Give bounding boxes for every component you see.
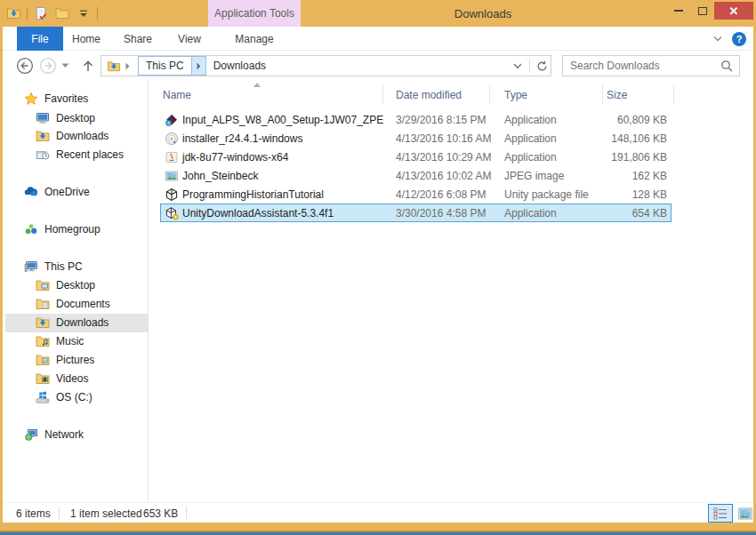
breadcrumb-this-pc[interactable]: This PC	[138, 56, 206, 76]
sidebar-item-videos[interactable]: Videos	[36, 370, 88, 387]
column-header-name[interactable]: Name	[163, 84, 191, 105]
close-icon: ✕	[729, 4, 739, 18]
main-area: Favorites Desktop Downloads Recent place…	[3, 81, 753, 502]
search-icon[interactable]	[720, 60, 733, 72]
column-resize-handle[interactable]	[673, 84, 674, 104]
help-icon[interactable]: ?	[732, 32, 746, 46]
breadcrumb-this-pc-chevron-icon[interactable]	[191, 57, 205, 75]
unity-app-icon	[165, 204, 179, 222]
onedrive-cloud-icon	[24, 185, 38, 199]
column-resize-handle[interactable]	[602, 84, 603, 104]
qat-separator	[27, 7, 28, 20]
alps-installer-icon	[165, 110, 179, 129]
column-header-type[interactable]: Type	[504, 84, 527, 105]
sort-ascending-icon	[253, 83, 261, 87]
file-list-pane: Name Date modified Type Size Input_ALPS_…	[149, 81, 753, 502]
sidebar-item-documents[interactable]: Documents	[36, 295, 110, 313]
breadcrumb-downloads[interactable]: Downloads	[213, 60, 266, 72]
desktop-folder-icon	[36, 278, 50, 292]
selection-size: 653 KB	[143, 503, 178, 523]
navigation-pane: Favorites Desktop Downloads Recent place…	[3, 81, 148, 502]
column-resize-handle[interactable]	[382, 84, 383, 104]
selection-count: 1 item selected	[70, 503, 142, 523]
breadcrumb-chevron-icon[interactable]	[125, 62, 130, 70]
quick-access-toolbar	[5, 5, 98, 21]
videos-folder-icon	[36, 371, 50, 386]
desktop-monitor-icon	[36, 111, 50, 125]
new-folder-icon[interactable]	[54, 5, 70, 21]
column-resize-handle[interactable]	[489, 84, 490, 104]
qat-separator	[97, 7, 98, 20]
forward-button[interactable]	[39, 57, 57, 75]
sidebar-item-onedrive[interactable]: OneDrive	[24, 183, 90, 201]
os-drive-icon	[36, 390, 50, 404]
up-button[interactable]	[79, 57, 97, 75]
recent-locations-chevron-icon[interactable]	[59, 57, 71, 75]
minimize-button[interactable]	[666, 2, 690, 20]
tab-manage[interactable]: Manage	[208, 27, 301, 51]
explorer-window: Application Tools Downloads ✕ File Home …	[0, 0, 756, 535]
tab-file[interactable]: File	[17, 27, 63, 51]
downloads-folder-icon[interactable]	[5, 5, 21, 21]
file-row-selected[interactable]: UnityDownloadAssistant-5.3.4f1 3/30/2016…	[149, 204, 753, 222]
details-view-button[interactable]	[708, 504, 733, 523]
column-header-size[interactable]: Size	[607, 84, 627, 105]
sidebar-item-desktop[interactable]: Desktop	[36, 109, 95, 127]
address-bar-row: This PC Downloads	[3, 51, 753, 81]
homegroup-icon	[24, 222, 38, 236]
customize-qat-chevron-icon[interactable]	[76, 5, 92, 21]
maximize-icon	[698, 7, 707, 15]
sidebar-item-pictures[interactable]: Pictures	[36, 351, 94, 369]
unity-package-icon	[165, 185, 179, 204]
sidebar-item-this-pc[interactable]: This PC	[24, 258, 83, 275]
recent-places-icon	[36, 148, 50, 162]
sidebar-item-downloads-favorites[interactable]: Downloads	[36, 127, 109, 145]
downloads-folder-icon	[36, 129, 50, 143]
title-bar: Application Tools Downloads ✕	[0, 0, 756, 27]
file-row[interactable]: Input_ALPS_W8_A00_Setup-1JW07_ZPE 3/29/2…	[149, 110, 753, 129]
sidebar-item-music[interactable]: Music	[36, 332, 84, 350]
network-icon	[24, 427, 38, 442]
file-row[interactable]: ProgrammingHistorianTutorial 4/12/2016 6…	[149, 185, 753, 204]
back-button[interactable]	[16, 57, 34, 75]
expand-ribbon-chevron-icon[interactable]	[712, 36, 723, 43]
downloads-folder-icon	[36, 315, 50, 330]
java-installer-icon	[165, 148, 179, 166]
address-box[interactable]: This PC Downloads	[101, 55, 551, 76]
sidebar-item-os-c[interactable]: OS (C:)	[36, 388, 92, 406]
favorites-star-icon	[24, 92, 38, 106]
close-button[interactable]: ✕	[714, 2, 753, 20]
search-box	[562, 55, 740, 76]
documents-folder-icon	[36, 297, 50, 311]
status-bar: 6 items 1 item selected 653 KB	[3, 502, 753, 523]
jpeg-image-icon	[165, 166, 179, 185]
tab-view[interactable]: View	[165, 27, 214, 51]
sidebar-item-pc-desktop[interactable]: Desktop	[36, 276, 95, 294]
tab-home[interactable]: Home	[61, 27, 111, 51]
sidebar-item-homegroup[interactable]: Homegroup	[24, 220, 101, 238]
application-tools-label: Application Tools	[214, 7, 294, 20]
large-icons-view-button[interactable]	[736, 504, 754, 523]
sidebar-item-network[interactable]: Network	[24, 426, 84, 443]
disc-installer-icon	[165, 129, 179, 148]
column-header-date-modified[interactable]: Date modified	[396, 84, 462, 105]
file-row[interactable]: John_Steinbeck 4/13/2016 10:02 AM JPEG i…	[149, 166, 753, 185]
search-input[interactable]	[570, 57, 712, 75]
address-folder-icon	[107, 60, 121, 73]
maximize-button[interactable]	[690, 2, 714, 20]
address-dropdown-chevron-icon[interactable]	[509, 57, 527, 75]
items-count: 6 items	[16, 503, 51, 523]
sidebar-item-downloads-pc[interactable]: Downloads	[36, 314, 109, 331]
application-tools-tab-header: Application Tools	[208, 0, 301, 27]
properties-icon[interactable]	[33, 5, 49, 21]
window-title: Downloads	[443, 0, 523, 27]
caption-buttons: ✕	[666, 2, 753, 20]
file-row[interactable]: jdk-8u77-windows-x64 4/13/2016 10:29 AM …	[149, 148, 753, 166]
sidebar-item-favorites[interactable]: Favorites	[24, 90, 88, 108]
refresh-icon[interactable]	[533, 57, 551, 75]
file-row[interactable]: installer_r24.4.1-windows 4/13/2016 10:1…	[149, 129, 753, 148]
sidebar-item-recent-places[interactable]: Recent places	[36, 146, 124, 164]
minimize-icon	[674, 10, 683, 12]
tab-share[interactable]: Share	[113, 27, 163, 51]
pictures-folder-icon	[36, 353, 50, 367]
